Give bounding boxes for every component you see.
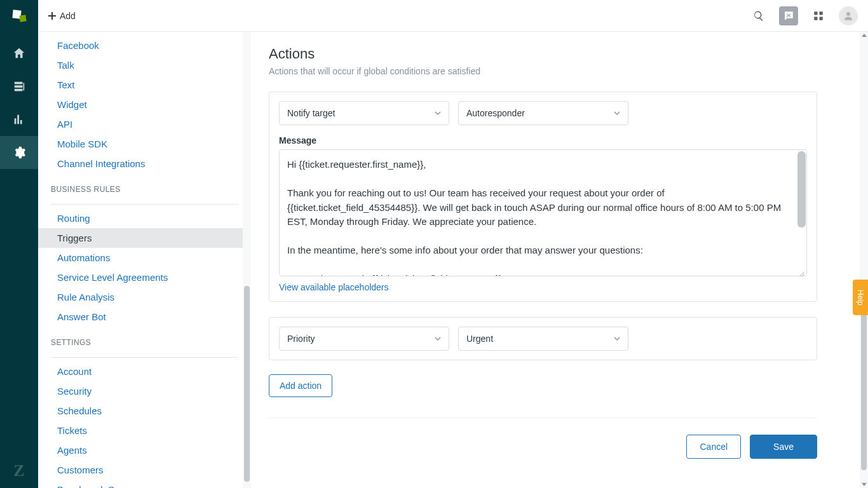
sidebar-scrollbar-thumb[interactable] — [244, 286, 250, 482]
left-rail: Z — [0, 0, 38, 488]
divider — [51, 204, 238, 205]
sidebar: Facebook Talk Text Widget API Mobile SDK… — [38, 32, 251, 488]
action-type-value: Notify target — [287, 108, 335, 118]
sidebar-item-mobile-sdk[interactable]: Mobile SDK — [38, 134, 251, 154]
rail-reporting-icon[interactable] — [0, 103, 38, 136]
sidebar-item-api[interactable]: API — [38, 114, 251, 134]
textarea-resize-handle[interactable] — [798, 269, 806, 277]
sidebar-item-automations[interactable]: Automations — [38, 248, 251, 268]
add-label: Add — [60, 11, 76, 21]
sidebar-item-talk[interactable]: Talk — [38, 55, 251, 75]
action-target-value: Autoresponder — [466, 108, 525, 118]
sidebar-item-routing[interactable]: Routing — [38, 208, 251, 228]
svg-point-4 — [846, 12, 850, 16]
main-scrollbar-track — [860, 32, 868, 488]
action-type-value-2: Priority — [287, 334, 315, 344]
page-title: Actions — [269, 46, 817, 62]
action-card-priority: Priority Urgent — [269, 317, 817, 360]
cancel-button[interactable]: Cancel — [686, 435, 741, 459]
search-icon[interactable] — [750, 7, 768, 25]
topbar: Add — [38, 0, 868, 32]
apps-icon[interactable] — [810, 7, 827, 25]
topbar-right — [750, 6, 858, 25]
svg-rect-2 — [814, 17, 817, 20]
scroll-arrow-up-icon[interactable] — [862, 34, 867, 37]
sidebar-scrollbar-track — [243, 32, 251, 488]
sidebar-item-answer-bot[interactable]: Answer Bot — [38, 307, 251, 327]
chat-icon[interactable] — [779, 6, 798, 25]
sidebar-item-rule-analysis[interactable]: Rule Analysis — [38, 287, 251, 307]
textarea-scrollbar-track — [797, 151, 806, 269]
divider — [51, 357, 238, 358]
chevron-down-icon — [435, 108, 441, 118]
sidebar-item-customers[interactable]: Customers — [38, 460, 251, 480]
placeholders-link[interactable]: View available placeholders — [279, 282, 389, 292]
sidebar-item-widget[interactable]: Widget — [38, 95, 251, 114]
svg-rect-0 — [814, 11, 817, 15]
chevron-down-icon — [435, 334, 441, 344]
sidebar-item-schedules[interactable]: Schedules — [38, 401, 251, 421]
chevron-down-icon — [614, 334, 620, 344]
save-button[interactable]: Save — [750, 435, 817, 459]
scroll-arrow-down-icon[interactable] — [862, 483, 867, 486]
action-type-select[interactable]: Notify target — [279, 101, 449, 125]
sidebar-item-security[interactable]: Security — [38, 381, 251, 401]
sidebar-item-benchmark-survey[interactable]: Benchmark Survey — [38, 480, 251, 488]
sidebar-header-settings: SETTINGS — [38, 327, 251, 353]
help-tab[interactable]: Help — [853, 280, 868, 315]
avatar[interactable] — [839, 6, 858, 25]
sidebar-item-tickets[interactable]: Tickets — [38, 421, 251, 440]
action-value-2: Urgent — [466, 334, 493, 344]
sidebar-header-business-rules: BUSINESS RULES — [38, 173, 251, 200]
action-card-notify: Notify target Autoresponder Mess — [269, 92, 817, 302]
rail-admin-icon[interactable] — [0, 136, 38, 169]
zendesk-glyph-icon[interactable]: Z — [13, 461, 24, 480]
rail-views-icon[interactable] — [0, 70, 38, 103]
page-subtitle: Actions that will occur if global condit… — [269, 66, 817, 76]
svg-rect-1 — [820, 11, 823, 15]
sidebar-item-sla[interactable]: Service Level Agreements — [38, 268, 251, 287]
message-textarea[interactable] — [279, 149, 807, 276]
sidebar-item-text[interactable]: Text — [38, 75, 251, 95]
textarea-scrollbar-thumb[interactable] — [797, 151, 806, 227]
action-type-select-2[interactable]: Priority — [279, 327, 449, 351]
logo — [10, 8, 28, 25]
add-button[interactable]: Add — [48, 11, 76, 21]
chevron-down-icon — [614, 108, 620, 118]
rail-home-icon[interactable] — [0, 37, 38, 70]
sidebar-item-channel-integrations[interactable]: Channel Integrations — [38, 154, 251, 173]
add-action-button[interactable]: Add action — [269, 374, 332, 397]
divider — [269, 417, 817, 418]
main-panel: Actions Actions that will occur if globa… — [251, 32, 868, 488]
sidebar-item-account[interactable]: Account — [38, 362, 251, 381]
sidebar-item-triggers[interactable]: Triggers — [38, 228, 251, 248]
action-value-select-2[interactable]: Urgent — [458, 327, 628, 351]
svg-rect-3 — [820, 17, 823, 20]
action-target-select[interactable]: Autoresponder — [458, 101, 628, 125]
sidebar-item-agents[interactable]: Agents — [38, 440, 251, 460]
message-label: Message — [279, 135, 807, 146]
sidebar-item-facebook[interactable]: Facebook — [38, 36, 251, 55]
